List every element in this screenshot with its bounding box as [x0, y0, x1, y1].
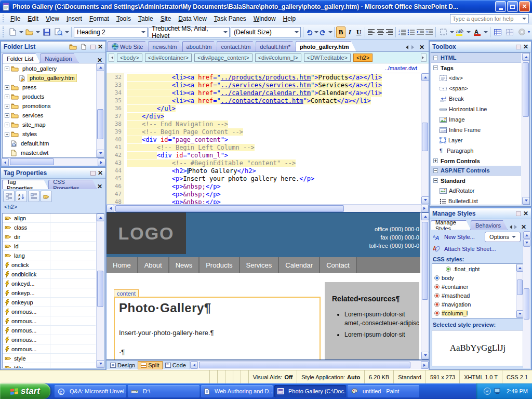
- property-value-cell[interactable]: [50, 326, 96, 335]
- tab-scroll-right-icon[interactable]: [514, 225, 519, 229]
- expand-icon[interactable]: [5, 85, 9, 90]
- tag-property-row[interactable]: lang: [3, 251, 96, 260]
- toolbox-item[interactable]: <div>: [431, 73, 521, 83]
- manage-styles-tab-manage-styles[interactable]: Manage Styles: [431, 220, 471, 230]
- toolbox-item[interactable]: Inline Frame: [431, 125, 521, 135]
- float-panel-icon[interactable]: [90, 45, 96, 49]
- save-button[interactable]: [41, 26, 52, 38]
- clock[interactable]: 2:49 PM: [507, 388, 528, 394]
- property-value-cell[interactable]: [50, 316, 96, 325]
- menu-help[interactable]: Help: [280, 14, 300, 23]
- expand-icon[interactable]: [5, 95, 9, 99]
- taskbar-button[interactable]: Photo Gallery (C:\Doc...: [274, 385, 346, 397]
- tree-item[interactable]: promotions: [3, 101, 96, 111]
- close-tab-icon[interactable]: ✕: [521, 224, 526, 230]
- tag-property-row[interactable]: align: [3, 214, 96, 223]
- property-value-cell[interactable]: [50, 232, 96, 241]
- collapse-icon[interactable]: [433, 65, 438, 70]
- collapse-icon[interactable]: [433, 56, 438, 60]
- css-style-row[interactable]: #column_l: [432, 309, 515, 317]
- tray-network-icon[interactable]: [494, 388, 501, 394]
- code-hscrollbar[interactable]: [107, 204, 429, 212]
- quick-tag-scroll-left[interactable]: [109, 54, 114, 62]
- property-value-cell[interactable]: [50, 363, 96, 368]
- toolbox-section-asp-net-controls[interactable]: ASP.NET Controls: [431, 166, 521, 176]
- expand-icon[interactable]: [5, 104, 9, 109]
- menu-grip[interactable]: [3, 15, 5, 22]
- toolbox-vscrollbar[interactable]: [522, 53, 529, 205]
- borders-dropdown-arrow[interactable]: [449, 26, 455, 38]
- tag-property-row[interactable]: onkeyp...: [3, 288, 96, 298]
- toolbox-item[interactable]: Horizontal Line: [431, 104, 521, 114]
- tag-property-row[interactable]: class: [3, 223, 96, 232]
- design-view[interactable]: LOGO office (000) 000-0fax (000) 000-0to…: [107, 212, 429, 360]
- property-value-cell[interactable]: [50, 344, 96, 353]
- quick-tag[interactable]: <body>: [117, 54, 142, 62]
- expand-icon[interactable]: [433, 158, 438, 163]
- increase-indent-button[interactable]: [424, 26, 433, 38]
- file-tab-about-htm[interactable]: about.htm: [182, 41, 219, 51]
- new-dropdown-arrow[interactable]: [19, 26, 24, 38]
- status-cell[interactable]: CSS 2.1: [502, 370, 532, 383]
- tree-item[interactable]: default.htm: [3, 139, 96, 148]
- file-tab-web-site[interactable]: Web Site: [108, 41, 150, 51]
- preview-button[interactable]: [52, 26, 64, 38]
- taskbar-button[interactable]: eQ&A: Microsoft Unvei...: [55, 385, 126, 397]
- master-page-link[interactable]: ../master.dwt: [385, 65, 417, 71]
- css-style-row[interactable]: #navigation: [432, 300, 515, 309]
- property-value-cell[interactable]: [50, 307, 96, 316]
- italic-button[interactable]: I: [345, 26, 354, 38]
- align-center-button[interactable]: [376, 26, 385, 38]
- collapse-icon[interactable]: [5, 66, 9, 71]
- decrease-indent-button[interactable]: [416, 26, 424, 38]
- menu-tools[interactable]: Tools: [113, 14, 135, 23]
- tag-property-row[interactable]: onmous...: [3, 344, 96, 354]
- design-nav-home[interactable]: Home: [107, 257, 138, 273]
- tree-item[interactable]: press: [3, 83, 96, 92]
- tag-property-row[interactable]: onkeyup: [3, 298, 96, 307]
- close-document-icon[interactable]: ✕: [419, 45, 424, 50]
- split-view-button[interactable]: Split: [138, 361, 162, 369]
- design-nav-services[interactable]: Services: [240, 257, 280, 273]
- property-value-cell[interactable]: [50, 223, 96, 232]
- status-cell[interactable]: XHTML 1.0 T: [459, 370, 502, 383]
- layout-table-button[interactable]: [504, 26, 516, 38]
- expand-icon[interactable]: [5, 132, 9, 137]
- highlight-color-button[interactable]: ab: [454, 26, 466, 38]
- quick-tag[interactable]: <div#page_content>: [194, 54, 252, 62]
- css-styles-vscrollbar[interactable]: [516, 264, 523, 318]
- menu-task-panes[interactable]: Task Panes: [210, 14, 250, 23]
- insert-table-button[interactable]: [492, 26, 504, 38]
- design-hscrollbar[interactable]: [190, 361, 429, 369]
- tag-property-row[interactable]: dir: [3, 232, 96, 242]
- tag-property-row[interactable]: onkeyd...: [3, 279, 96, 288]
- toolbox-section-html[interactable]: HTML: [431, 53, 521, 63]
- toolbox-item[interactable]: Break: [431, 94, 521, 104]
- property-value-cell[interactable]: [50, 270, 96, 278]
- taskbar-button[interactable]: D:\: [128, 385, 200, 397]
- menu-insert[interactable]: Insert: [63, 14, 86, 23]
- tag-property-row[interactable]: onmous...: [3, 307, 96, 316]
- file-tab-default-htm-[interactable]: default.htm*: [256, 41, 298, 51]
- alphabetical-sort-button[interactable]: AZ: [16, 191, 27, 202]
- toolbox-item[interactable]: AdRotator: [431, 185, 521, 196]
- new-style-link[interactable]: AA New Style...: [433, 234, 475, 241]
- font-size-dropdown[interactable]: (Default Size): [231, 27, 301, 37]
- float-panel-icon[interactable]: [90, 171, 96, 176]
- tag-property-row[interactable]: onmous...: [3, 335, 96, 344]
- close-tab-icon[interactable]: ✕: [97, 184, 102, 189]
- collapse-icon[interactable]: [433, 178, 438, 183]
- tag-property-row[interactable]: id: [3, 242, 96, 251]
- css-style-row[interactable]: .float_right: [432, 264, 515, 273]
- folder-tree-hscrollbar[interactable]: [1, 158, 105, 166]
- property-value-cell[interactable]: [50, 335, 96, 344]
- design-nav-products[interactable]: Products: [200, 257, 240, 273]
- menu-data-view[interactable]: Data View: [175, 14, 210, 23]
- numbered-list-button[interactable]: 12: [397, 26, 406, 38]
- design-nav-calendar[interactable]: Calendar: [279, 257, 320, 273]
- quick-tag-scroll-right[interactable]: [421, 54, 427, 62]
- toolbox-section-standard[interactable]: Standard: [431, 176, 521, 185]
- code-view-button[interactable]: Code: [163, 361, 189, 369]
- design-nav-contact[interactable]: Contact: [320, 257, 357, 273]
- minimize-button[interactable]: [495, 1, 506, 12]
